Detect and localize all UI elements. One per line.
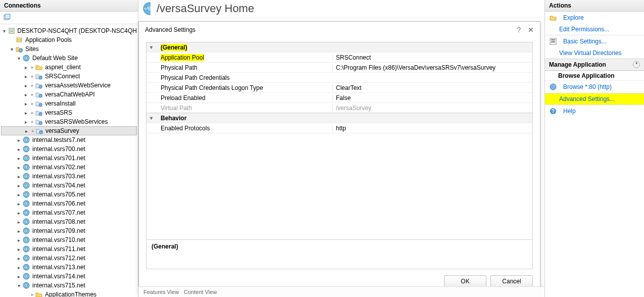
tree-app-pools[interactable]: ..Application Pools [1, 35, 137, 44]
expand-icon[interactable]: ▸ [15, 256, 22, 261]
tree-label: Application Pools [25, 36, 72, 43]
action-explore[interactable]: Explore [545, 12, 644, 24]
manage-application-header[interactable]: Manage Application ˄ [545, 59, 644, 71]
row-logon-type[interactable]: Physical Path Credentials Logon Type Cle… [146, 83, 532, 93]
tree-vdir-versaAssetsWebService[interactable]: ...▸▸versaAssetsWebService [1, 81, 137, 90]
advanced-settings-dialog: Advanced Settings ? ✕ ▾ (General) Applic… [138, 21, 540, 294]
expand-icon[interactable]: ▸ [15, 137, 22, 143]
tree-site-internal.vsrs713.net[interactable]: ..▸internal.vsrs713.net [1, 263, 137, 272]
tree-sites[interactable]: .▾Sites [1, 44, 137, 54]
action-help[interactable]: ? Help [545, 105, 644, 117]
features-view-tab[interactable]: Features View [143, 289, 179, 295]
section-general[interactable]: ▾ (General) [146, 42, 532, 53]
action-view-vdirs[interactable]: View Virtual Directories [545, 47, 644, 59]
expand-icon[interactable]: ▸ [15, 228, 22, 234]
tree-site-internal.vsrs706.net[interactable]: ..▸internal.vsrs706.net [1, 199, 137, 208]
tree-vdir-versaSurvey[interactable]: ...▸▸versaSurvey [1, 126, 137, 135]
tree-label: versaChatWebAPI [45, 91, 95, 98]
action-advanced-settings[interactable]: Advanced Settings... [545, 93, 644, 105]
cancel-button[interactable]: Cancel [490, 275, 533, 287]
property-grid[interactable]: ▾ (General) Application Pool SRSConnect … [146, 42, 533, 240]
tree-default-site[interactable]: ..▾Default Web Site [1, 54, 137, 63]
help-button[interactable]: ? [517, 26, 521, 34]
tree-vdir-versaSRS[interactable]: ...▸▸versaSRS [1, 108, 137, 117]
tree-site-internal.vsrs710.net[interactable]: ..▸internal.vsrs710.net [1, 235, 137, 244]
row-app-pool[interactable]: Application Pool SRSConnect [146, 53, 532, 63]
expand-icon[interactable]: ▸ [15, 274, 22, 279]
tree-vdir-versaChatWebAPI[interactable]: ...▸▸versaChatWebAPI [1, 90, 137, 99]
expand-icon[interactable]: ▸ [15, 210, 22, 216]
close-button[interactable]: ✕ [528, 26, 534, 34]
expand-icon[interactable]: ▾ [15, 56, 22, 61]
vdir-icon [35, 118, 43, 126]
content-view-tab[interactable]: Content View [184, 289, 217, 295]
expand-icon[interactable]: ▸ [15, 265, 22, 270]
help-icon: ? [549, 107, 557, 115]
expand-icon[interactable]: ▸ [15, 219, 22, 225]
expand-icon[interactable]: ▾ [8, 46, 15, 52]
chevron-down-icon[interactable]: ▾ [146, 44, 156, 50]
tree-site-internal.vsrs712.net[interactable]: ..▸internal.vsrs712.net [1, 254, 137, 263]
connections-tree[interactable]: ▾DESKTOP-NSC4QHT (DESKTOP-NSC4QH..Applic… [0, 24, 138, 297]
expand-icon[interactable]: ▸ [15, 237, 22, 243]
expand-icon[interactable]: ▾ [1, 28, 8, 34]
expand-icon[interactable]: ▸ [22, 110, 29, 116]
tree-folder[interactable]: ....▸ApplicationThemes [1, 290, 137, 297]
connections-toolbar[interactable] [0, 12, 138, 24]
row-phys-creds[interactable]: Physical Path Credentials [146, 73, 532, 83]
tree-site-internal.vsrs703.net[interactable]: ..▸internal.vsrs703.net [1, 172, 137, 181]
tree-site-internal.vsrs711.net[interactable]: ..▸internal.vsrs711.net [1, 244, 137, 254]
expand-icon[interactable]: ▸ [15, 156, 22, 161]
new-connection-icon[interactable] [3, 13, 11, 21]
tree-server[interactable]: ▾DESKTOP-NSC4QHT (DESKTOP-NSC4QH [1, 26, 137, 35]
expand-icon[interactable]: ▾ [15, 283, 22, 288]
expand-icon[interactable]: ▸ [22, 83, 29, 88]
ok-button[interactable]: OK [444, 275, 486, 287]
tree-label: aspnet_client [45, 64, 81, 71]
tree-site-internal.vsrs705.net[interactable]: ..▸internal.vsrs705.net [1, 190, 137, 199]
globe-icon [22, 254, 30, 262]
action-browse-80[interactable]: Browse *:80 (http) [545, 81, 644, 93]
tree-site-internal.vsrs700.net[interactable]: ..▸internal.vsrs700.net [1, 144, 137, 154]
section-behavior[interactable]: ▾ Behavior [146, 113, 532, 123]
action-basic-settings[interactable]: Basic Settings... [545, 35, 644, 47]
expand-icon[interactable]: ▸ [15, 165, 22, 170]
expand-icon[interactable]: ▸ [22, 65, 29, 70]
expand-icon[interactable]: ▸ [22, 92, 29, 97]
row-preload[interactable]: Preload Enabled False [146, 93, 532, 103]
svg-rect-1 [5, 14, 10, 19]
tree-site-internal.vsrs702.net[interactable]: ..▸internal.vsrs702.net [1, 163, 137, 172]
tree-site-internal.vsrs709.net[interactable]: ..▸internal.vsrs709.net [1, 226, 137, 235]
chevron-down-icon[interactable]: ▾ [146, 115, 156, 121]
tree-site-internal.vsrs701.net[interactable]: ..▸internal.vsrs701.net [1, 154, 137, 163]
tree-site-internal.vsrs704.net[interactable]: ..▸internal.vsrs704.net [1, 181, 137, 190]
expand-icon[interactable]: ▸ [22, 119, 29, 125]
expand-icon[interactable]: ▸ [15, 146, 22, 152]
tree-site-internal.vsrs715.net[interactable]: ..▾internal.vsrs715.net [1, 281, 137, 290]
tree-label: internal.vsrs711.net [32, 245, 85, 253]
expand-icon[interactable]: ▸ [15, 201, 22, 207]
tree-site-internal.testsrs7.net[interactable]: ..▸internal.testsrs7.net [1, 135, 137, 144]
tree-vdir-aspnet_client[interactable]: ...▸▸aspnet_client [1, 63, 137, 72]
expand-icon[interactable]: ▸ [22, 101, 29, 107]
tree-site-internal.vsrs714.net[interactable]: ..▸internal.vsrs714.net [1, 272, 137, 281]
expand-icon[interactable]: ▸ [15, 192, 22, 197]
view-switcher[interactable]: Features View Content View [138, 286, 544, 297]
tree-vdir-SRSConnect[interactable]: ...▸▸SRSConnect [1, 72, 137, 81]
expand-icon[interactable]: ▸ [22, 74, 29, 79]
action-edit-permissions[interactable]: Edit Permissions... [545, 24, 644, 35]
expand-icon[interactable]: ▸ [15, 174, 22, 179]
tree-label: internal.testsrs7.net [32, 136, 85, 143]
expand-icon[interactable]: ▸ [15, 246, 22, 252]
row-enabled-protocols[interactable]: Enabled Protocols http [146, 123, 532, 133]
tree-site-internal.vsrs708.net[interactable]: ..▸internal.vsrs708.net [1, 217, 137, 226]
globe-icon [22, 209, 30, 217]
tree-vdir-versaSRSWebServices[interactable]: ...▸▸versaSRSWebServices [1, 117, 137, 126]
vdir-icon [35, 81, 43, 89]
expand-icon[interactable]: ▸ [15, 183, 22, 188]
chevron-up-icon[interactable]: ˄ [633, 61, 640, 68]
expand-icon[interactable]: ▸ [23, 128, 30, 134]
row-physical-path[interactable]: Physical Path C:\Program Files (x86)\Ver… [146, 63, 532, 73]
tree-vdir-versaInstall[interactable]: ...▸▸versaInstall [1, 99, 137, 108]
tree-site-internal.vsrs707.net[interactable]: ..▸internal.vsrs707.net [1, 208, 137, 217]
